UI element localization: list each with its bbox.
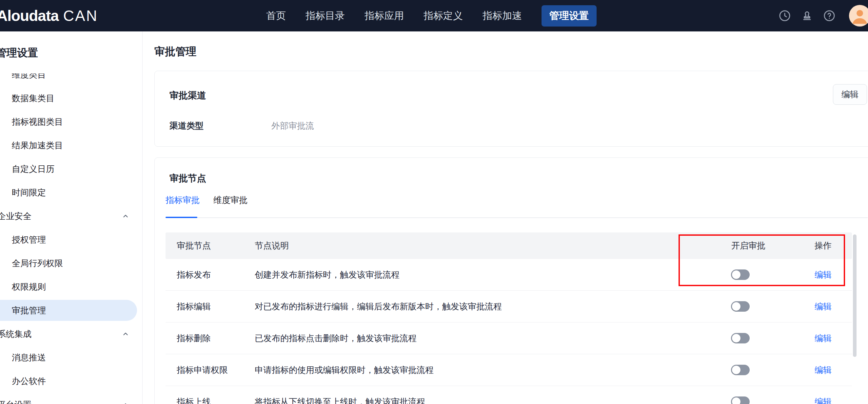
tab-divider [165, 217, 868, 218]
node-name: 指标删除 [177, 323, 211, 354]
tab-dimension-approval[interactable]: 维度审批 [213, 195, 247, 208]
user-avatar[interactable] [849, 5, 868, 27]
navbar-actions [778, 0, 868, 31]
row-edit-link[interactable]: 编辑 [814, 354, 832, 386]
clock-icon[interactable] [778, 9, 791, 22]
page-title: 审批管理 [154, 44, 196, 59]
sidebar-item-dataset-category[interactable]: 数据集类目 [0, 87, 142, 110]
menu-item-metric-definition[interactable]: 指标定义 [424, 9, 463, 23]
approval-channel-title: 审批渠道 [169, 89, 206, 102]
node-name: 指标编辑 [177, 291, 211, 322]
sidebar-item-approval-management[interactable]: 审批管理 [0, 300, 137, 321]
top-navbar: Aloudata CAN 首页 指标目录 指标应用 指标定义 指标加速 管理设置 [0, 0, 868, 31]
row-edit-link[interactable]: 编辑 [814, 323, 832, 354]
menu-item-admin-settings[interactable]: 管理设置 [541, 5, 597, 27]
node-desc: 对已发布的指标进行编辑，编辑后发布新版本时，触发该审批流程 [255, 291, 502, 322]
sidebar-item-result-accel-category[interactable]: 结果加速类目 [0, 134, 142, 157]
approval-toggle-off[interactable] [731, 333, 750, 343]
sidebar-item-custom-calendar[interactable]: 自定义日历 [0, 157, 142, 181]
toggle-knob [732, 334, 741, 342]
main-menu: 首页 指标目录 指标应用 指标定义 指标加速 管理设置 [266, 0, 597, 31]
sidebar-section-platform-settings[interactable]: 平台设置 [0, 393, 142, 404]
toggle-knob [732, 366, 741, 374]
approval-nodes-card: 审批节点 指标审批 维度审批 审批节点 节点说明 开启审批 操作 指标发布 创建… [154, 158, 868, 404]
sidebar-item-time-limit[interactable]: 时间限定 [0, 181, 142, 204]
node-desc: 已发布的指标点击删除时，触发该审批流程 [255, 323, 416, 354]
node-desc: 申请指标的使用或编辑权限时，触发该审批流程 [255, 354, 434, 386]
main-content: 审批管理 审批渠道 编辑 渠道类型 外部审批流 审批节点 指标审批 维度审批 审… [143, 31, 868, 404]
approval-nodes-table: 审批节点 节点说明 开启审批 操作 指标发布 创建并发布新指标时，触发该审批流程… [165, 232, 852, 404]
approval-channel-card: 审批渠道 编辑 渠道类型 外部审批流 [154, 71, 868, 147]
header-node-desc: 节点说明 [255, 232, 289, 259]
table-row-metric-edit: 指标编辑 对已发布的指标进行编辑，编辑后发布新版本时，触发该审批流程 编辑 [165, 291, 852, 323]
sidebar-menu: 维度类目 数据集类目 指标视图类目 结果加速类目 自定义日历 时间限定 企业安全… [0, 63, 142, 404]
approval-stamp-icon[interactable] [801, 9, 814, 22]
approval-toggle-off[interactable] [731, 365, 750, 375]
node-name: 指标发布 [177, 259, 211, 291]
app-logo: Aloudata CAN [0, 0, 98, 31]
table-row-metric-publish: 指标发布 创建并发布新指标时，触发该审批流程 编辑 [165, 259, 852, 291]
toggle-knob [732, 302, 741, 311]
settings-sidebar: 管理设置 维度类目 数据集类目 指标视图类目 结果加速类目 自定义日历 时间限定… [0, 31, 143, 404]
brand-name: Aloudata [0, 7, 59, 25]
menu-item-metric-app[interactable]: 指标应用 [365, 9, 404, 23]
sidebar-title: 管理设置 [0, 46, 38, 60]
sidebar-section-enterprise-security[interactable]: 企业安全 [0, 204, 142, 228]
sidebar-item-metric-view-category[interactable]: 指标视图类目 [0, 110, 142, 134]
chevron-up-icon [122, 401, 129, 404]
approval-toggle-off[interactable] [731, 269, 750, 280]
sidebar-item-permission-rules[interactable]: 权限规则 [0, 275, 142, 299]
toggle-knob [732, 270, 741, 279]
header-node-name: 审批节点 [177, 232, 211, 259]
sidebar-item-global-row-col-permission[interactable]: 全局行列权限 [0, 251, 142, 275]
header-enable-approval: 开启审批 [731, 232, 766, 259]
channel-type-label: 渠道类型 [169, 120, 204, 132]
help-icon[interactable] [823, 9, 836, 22]
table-row-metric-request-permission: 指标申请权限 申请指标的使用或编辑权限时，触发该审批流程 编辑 [165, 354, 852, 386]
node-name: 指标上线 [177, 386, 211, 404]
table-row-metric-online: 指标上线 将指标从下线切换至上线时，触发该审批流程 编辑 [165, 386, 852, 404]
menu-item-metric-catalog[interactable]: 指标目录 [306, 9, 345, 23]
menu-item-metric-acceleration[interactable]: 指标加速 [483, 9, 522, 23]
menu-item-home[interactable]: 首页 [266, 9, 286, 23]
active-tab-indicator [165, 217, 197, 218]
node-desc: 将指标从下线切换至上线时，触发该审批流程 [255, 386, 425, 404]
table-row-metric-delete: 指标删除 已发布的指标点击删除时，触发该审批流程 编辑 [165, 323, 852, 354]
row-edit-link[interactable]: 编辑 [814, 291, 832, 322]
sidebar-item-message-push[interactable]: 消息推送 [0, 346, 142, 369]
table-scrollbar-thumb[interactable] [853, 234, 857, 357]
tab-metric-approval[interactable]: 指标审批 [165, 195, 199, 208]
chevron-up-icon [122, 330, 129, 338]
node-name: 指标申请权限 [177, 354, 228, 386]
sidebar-item-dimension-category[interactable]: 维度类目 [0, 63, 142, 87]
header-actions: 操作 [814, 232, 832, 259]
table-header-row: 审批节点 节点说明 开启审批 操作 [165, 232, 852, 259]
approval-nodes-title: 审批节点 [169, 172, 206, 184]
approval-tabs: 指标审批 维度审批 [165, 195, 247, 208]
node-desc: 创建并发布新指标时，触发该审批流程 [255, 259, 400, 291]
row-edit-link[interactable]: 编辑 [814, 259, 832, 291]
channel-type-value: 外部审批流 [271, 120, 314, 132]
sidebar-section-system-integration[interactable]: 系统集成 [0, 322, 142, 346]
row-edit-link[interactable]: 编辑 [814, 386, 832, 404]
sidebar-item-authorization[interactable]: 授权管理 [0, 228, 142, 251]
toggle-knob [732, 398, 741, 404]
chevron-up-icon [122, 212, 129, 220]
approval-toggle-off[interactable] [731, 397, 750, 404]
brand-suffix: CAN [63, 7, 98, 25]
sidebar-item-office-software[interactable]: 办公软件 [0, 369, 142, 393]
approval-toggle-off[interactable] [731, 301, 750, 312]
channel-edit-button[interactable]: 编辑 [833, 84, 867, 105]
